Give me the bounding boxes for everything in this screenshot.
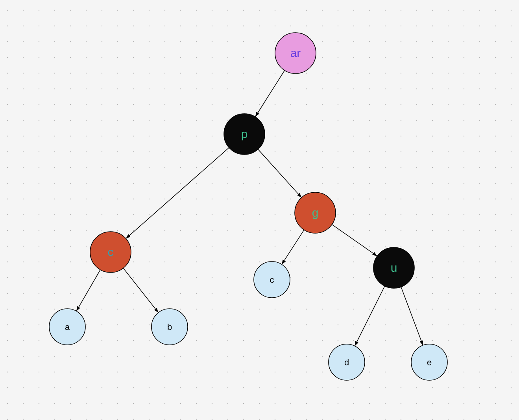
edge-ar-p bbox=[255, 70, 285, 117]
edge-u-d bbox=[355, 286, 385, 346]
edge-c1-b bbox=[123, 268, 158, 313]
node-a[interactable]: a bbox=[49, 309, 85, 345]
node-c1[interactable]: c bbox=[90, 232, 131, 273]
node-c2[interactable]: c bbox=[254, 262, 290, 298]
node-p[interactable]: p bbox=[224, 114, 265, 155]
node-d[interactable]: d bbox=[329, 344, 365, 380]
node-e-label: e bbox=[427, 357, 432, 367]
node-ar-label: ar bbox=[290, 46, 301, 59]
edge-c1-a bbox=[76, 270, 100, 311]
node-u[interactable]: u bbox=[373, 247, 414, 288]
node-b-label: b bbox=[167, 322, 172, 332]
node-ar[interactable]: ar bbox=[275, 33, 316, 74]
edge-p-c1 bbox=[126, 147, 229, 238]
node-g[interactable]: g bbox=[295, 192, 336, 233]
diagram-canvas[interactable]: arpcguabcde bbox=[0, 0, 519, 420]
node-d-label: d bbox=[344, 357, 349, 367]
tree-graph[interactable]: arpcguabcde bbox=[0, 0, 519, 420]
node-a-label: a bbox=[65, 322, 70, 332]
node-e[interactable]: e bbox=[411, 344, 447, 380]
nodes: arpcguabcde bbox=[49, 33, 447, 380]
node-c2-label: c bbox=[270, 275, 274, 285]
edge-g-c2 bbox=[282, 230, 304, 265]
node-b[interactable]: b bbox=[151, 309, 188, 345]
node-g-label: g bbox=[312, 206, 319, 219]
edge-p-g bbox=[258, 149, 301, 198]
node-p-label: p bbox=[241, 127, 248, 140]
edges bbox=[76, 70, 423, 346]
node-u-label: u bbox=[391, 261, 397, 274]
node-c1-label: c bbox=[108, 245, 114, 258]
edge-g-u bbox=[332, 225, 377, 256]
edge-u-e bbox=[401, 287, 423, 345]
